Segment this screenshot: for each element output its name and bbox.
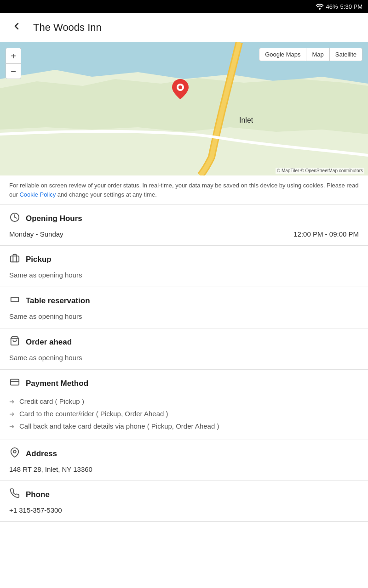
- phone-icon: [9, 488, 20, 501]
- payment-label-3: Call back and take card details via phon…: [19, 422, 219, 430]
- phone-title: Phone: [26, 490, 50, 499]
- content-area: For reliable on screen review of your or…: [0, 175, 368, 522]
- payment-method-content: ➜ Credit card ( Pickup ) ➜ Card to the c…: [0, 395, 368, 440]
- table-reservation-content: Same as opening hours: [0, 312, 368, 328]
- zoom-in-button[interactable]: +: [6, 48, 21, 63]
- payment-item-1: ➜ Credit card ( Pickup ): [9, 395, 359, 407]
- pickup-section: Pickup Same as opening hours: [0, 246, 368, 287]
- table-reservation-title: Table reservation: [26, 296, 90, 305]
- payment-label-1: Credit card ( Pickup ): [19, 397, 84, 405]
- city-label: Inlet: [239, 116, 253, 124]
- payment-method-section: Payment Method ➜ Credit card ( Pickup ) …: [0, 370, 368, 440]
- arrow-icon-2: ➜: [9, 410, 15, 418]
- phone-header: Phone: [0, 481, 368, 506]
- svg-rect-15: [11, 379, 19, 385]
- google-maps-button[interactable]: Google Maps: [259, 48, 306, 61]
- table-icon: [9, 294, 20, 307]
- hours-row: Monday - Sunday 12:00 PM - 09:00 PM: [9, 230, 359, 238]
- days-label: Monday - Sunday: [9, 230, 63, 238]
- map-type-buttons: Google Maps Map Satellite: [259, 48, 362, 61]
- phone-value: +1 315-357-5300: [0, 506, 368, 521]
- status-icons: 46% 5:30 PM: [316, 3, 362, 10]
- map-container[interactable]: 28 Inlet 🚶 🚶 Inlet Police + − Google Map…: [0, 42, 368, 175]
- order-ahead-section: Order ahead Same as opening hours: [0, 328, 368, 370]
- svg-point-17: [13, 450, 16, 453]
- address-icon: [9, 447, 20, 460]
- payment-label-2: Card to the counter/rider ( Pickup, Orde…: [19, 410, 168, 418]
- address-section: Address 148 RT 28, Inlet, NY 13360: [0, 440, 368, 481]
- svg-point-0: [319, 8, 321, 10]
- opening-hours-content: Monday - Sunday 12:00 PM - 09:00 PM: [0, 230, 368, 245]
- phone-section: Phone +1 315-357-5300: [0, 481, 368, 522]
- cookie-after: and change your settings at any time.: [56, 191, 157, 198]
- clock-icon: [9, 212, 20, 225]
- hours-value: 12:00 PM - 09:00 PM: [293, 230, 359, 238]
- address-header: Address: [0, 440, 368, 465]
- pickup-icon: [9, 253, 20, 266]
- app-bar: The Woods Inn: [0, 13, 368, 42]
- order-ahead-icon: [9, 336, 20, 348]
- pickup-title: Pickup: [26, 255, 52, 264]
- battery-level: 46%: [326, 3, 338, 10]
- cookie-notice: For reliable on screen review of your or…: [0, 175, 368, 205]
- payment-item-3: ➜ Call back and take card details via ph…: [9, 420, 359, 432]
- map-controls: + −: [6, 48, 21, 79]
- payment-method-header: Payment Method: [0, 370, 368, 395]
- payment-method-title: Payment Method: [26, 379, 88, 388]
- table-reservation-hours: Same as opening hours: [9, 312, 82, 320]
- table-reservation-header: Table reservation: [0, 287, 368, 312]
- arrow-icon-3: ➜: [9, 423, 15, 430]
- pickup-content: Same as opening hours: [0, 271, 368, 287]
- order-ahead-hours: Same as opening hours: [9, 354, 82, 362]
- satellite-button[interactable]: Satellite: [330, 48, 362, 61]
- map-svg: 28 Inlet 🚶 🚶 Inlet Police: [0, 42, 368, 175]
- order-ahead-title: Order ahead: [26, 338, 72, 347]
- address-title: Address: [26, 449, 57, 458]
- payment-item-2: ➜ Card to the counter/rider ( Pickup, Or…: [9, 407, 359, 420]
- zoom-out-button[interactable]: −: [6, 63, 21, 79]
- map-button[interactable]: Map: [306, 48, 329, 61]
- address-value: 148 RT 28, Inlet, NY 13360: [0, 465, 368, 481]
- opening-hours-title: Opening Hours: [26, 214, 82, 223]
- order-ahead-header: Order ahead: [0, 328, 368, 354]
- map-attribution: © MapTiler © OpenStreetMap contributors: [276, 168, 364, 174]
- svg-rect-13: [11, 256, 19, 262]
- table-reservation-section: Table reservation Same as opening hours: [0, 287, 368, 328]
- arrow-icon-1: ➜: [9, 398, 15, 405]
- location-marker: [172, 79, 189, 101]
- pickup-header: Pickup: [0, 246, 368, 271]
- status-bar: 46% 5:30 PM: [0, 0, 368, 13]
- back-button[interactable]: [7, 19, 26, 36]
- page-title: The Woods Inn: [33, 22, 102, 34]
- opening-hours-section: Opening Hours Monday - Sunday 12:00 PM -…: [0, 205, 368, 246]
- pickup-hours: Same as opening hours: [9, 271, 82, 279]
- svg-point-11: [178, 85, 182, 89]
- order-ahead-content: Same as opening hours: [0, 354, 368, 369]
- time-display: 5:30 PM: [340, 3, 362, 10]
- payment-icon: [9, 377, 20, 390]
- cookie-policy-link[interactable]: Cookie Policy: [19, 191, 56, 198]
- opening-hours-header: Opening Hours: [0, 205, 368, 230]
- wifi-icon: [316, 3, 324, 10]
